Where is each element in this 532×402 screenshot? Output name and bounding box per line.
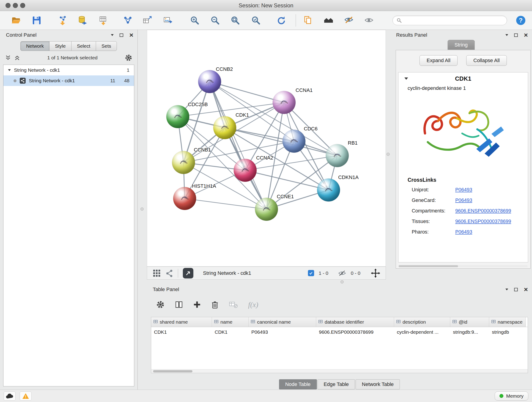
network-node-CCNB2[interactable] xyxy=(198,70,221,93)
network-node-CDC6[interactable] xyxy=(283,130,305,153)
column-header-namespace[interactable]: namespace xyxy=(489,317,526,327)
network-row-selected[interactable]: String Network - cdk1 11 48 xyxy=(3,75,134,86)
table-cell[interactable]: cyclin-dependent ... xyxy=(394,327,450,337)
memory-button[interactable]: Memory xyxy=(495,391,528,401)
string-results-tab[interactable]: String xyxy=(447,40,475,50)
tab-select[interactable]: Select xyxy=(71,41,96,51)
crosslink-link[interactable]: 9606.ENSP00000378699 xyxy=(455,208,511,214)
table-horizontal-scrollbar[interactable] xyxy=(151,369,528,373)
selected-checkbox-icon[interactable] xyxy=(308,270,314,276)
detach-view-button[interactable] xyxy=(183,268,193,279)
new-network-button[interactable] xyxy=(120,13,135,28)
dock-panel-icon[interactable] xyxy=(514,33,518,37)
search-field[interactable] xyxy=(393,16,507,25)
column-header-description[interactable]: description xyxy=(394,317,450,327)
crosslink-link[interactable]: P06493 xyxy=(455,198,472,203)
dock-panel-icon[interactable] xyxy=(514,288,518,291)
save-session-button[interactable] xyxy=(29,13,44,28)
network-node-CDK1[interactable] xyxy=(213,116,236,139)
gear-icon[interactable] xyxy=(156,300,165,309)
network-node-RB1[interactable] xyxy=(326,144,349,167)
network-node-CCNA1[interactable] xyxy=(273,91,296,114)
close-panel-icon[interactable]: × xyxy=(129,32,133,38)
table-cell[interactable]: CDK1 xyxy=(151,327,212,337)
zoom-in-button[interactable] xyxy=(187,13,202,28)
home-button[interactable] xyxy=(321,13,336,28)
column-header-name[interactable]: name xyxy=(212,317,249,327)
tab-edge-table[interactable]: Edge Table xyxy=(317,379,355,389)
gear-icon[interactable] xyxy=(125,54,133,62)
protein-section-header[interactable]: CDK1 xyxy=(399,72,528,85)
column-header-canonical-name[interactable]: canonical name xyxy=(249,317,316,327)
search-input[interactable] xyxy=(404,18,503,23)
edge-CCNA2-CDKN1A[interactable] xyxy=(245,170,329,190)
crosslink-link[interactable]: P06493 xyxy=(455,187,472,193)
column-header-database-identifier[interactable]: database identifier xyxy=(316,317,394,327)
tree-disclosure-icon[interactable] xyxy=(8,69,11,71)
table-cell[interactable]: CDK1 xyxy=(212,327,249,337)
import-network-file-button[interactable] xyxy=(56,13,70,28)
network-from-table-button[interactable] xyxy=(140,13,155,28)
network-collection-row[interactable]: String Network - cdk1 1 xyxy=(3,65,134,75)
show-panel-button[interactable] xyxy=(362,13,376,28)
float-panel-icon[interactable] xyxy=(505,34,508,36)
table-row[interactable]: CDK1CDK1P064939606.ENSP00000378699cyclin… xyxy=(151,327,528,337)
crosslink-row: Pharos:P06493 xyxy=(412,227,528,237)
network-node-CDKN1A[interactable] xyxy=(317,179,340,201)
expand-all-icon[interactable] xyxy=(14,55,20,61)
tab-node-table[interactable]: Node Table xyxy=(279,379,317,389)
crosslink-link[interactable]: 9606.ENSP00000378699 xyxy=(455,219,511,224)
birdseye-view-icon[interactable] xyxy=(165,269,173,277)
delete-column-icon[interactable] xyxy=(211,300,219,309)
tab-sets[interactable]: Sets xyxy=(96,41,117,51)
column-header--id[interactable]: @id xyxy=(450,317,489,327)
bottom-splitter-handle[interactable] xyxy=(341,280,344,283)
float-panel-icon[interactable] xyxy=(111,34,114,36)
open-session-button[interactable] xyxy=(9,13,23,28)
help-button[interactable]: ? xyxy=(513,13,528,28)
tab-network-table[interactable]: Network Table xyxy=(355,379,400,389)
zoom-selected-button[interactable] xyxy=(249,13,263,28)
float-panel-icon[interactable] xyxy=(505,288,508,290)
import-table-file-button[interactable] xyxy=(96,13,111,28)
dock-panel-icon[interactable] xyxy=(120,33,123,37)
table-cell[interactable]: stringdb xyxy=(489,327,526,337)
tab-style[interactable]: Style xyxy=(49,41,71,51)
close-panel-icon[interactable]: × xyxy=(524,32,528,38)
hide-panel-button[interactable] xyxy=(342,13,356,28)
cloud-status-button[interactable] xyxy=(4,391,16,401)
table-cell[interactable]: stringdb:9... xyxy=(450,327,489,337)
copy-button[interactable] xyxy=(301,13,315,28)
network-node-CCNB1[interactable] xyxy=(172,151,195,174)
tab-network[interactable]: Network xyxy=(20,41,50,51)
refresh-button[interactable] xyxy=(274,13,289,28)
zoom-out-button[interactable] xyxy=(208,13,222,28)
collapse-all-icon[interactable] xyxy=(5,55,11,61)
add-column-icon[interactable] xyxy=(193,301,201,308)
network-node-CDC25B[interactable] xyxy=(166,105,189,128)
edge-CCNB2-CCNE1[interactable] xyxy=(210,82,266,209)
export-image-button[interactable] xyxy=(161,13,175,28)
collapse-all-button[interactable]: Collapse All xyxy=(466,55,507,66)
grid-view-icon[interactable] xyxy=(152,269,161,277)
edge-HIST1H1A-CCNE1[interactable] xyxy=(185,198,266,209)
pan-crosshair-icon[interactable] xyxy=(371,269,380,278)
section-disclosure-icon[interactable] xyxy=(404,77,408,80)
network-node-CCNE1[interactable] xyxy=(255,198,278,221)
network-canvas[interactable]: CCNB2CCNA1CDC25BCDK1CDC6RB1CCNB1CCNA2CDK… xyxy=(147,30,386,267)
import-network-database-button[interactable] xyxy=(75,13,90,28)
table-cell[interactable]: P06493 xyxy=(249,327,316,337)
right-splitter-handle[interactable] xyxy=(386,153,390,156)
network-node-CCNA2[interactable] xyxy=(234,159,257,182)
warnings-button[interactable]: ! xyxy=(20,391,32,401)
table-cell[interactable]: 9606.ENSP00000378699 xyxy=(316,327,394,337)
crosslink-link[interactable]: P06493 xyxy=(455,229,472,235)
select-columns-icon[interactable] xyxy=(175,300,183,309)
left-splitter-handle[interactable] xyxy=(140,207,144,211)
expand-all-button[interactable]: Expand All xyxy=(419,55,457,66)
close-panel-icon[interactable]: × xyxy=(524,286,528,293)
network-node-HIST1H1A[interactable] xyxy=(173,187,196,210)
results-scrollbar[interactable] xyxy=(399,265,528,267)
column-header-shared-name[interactable]: shared name xyxy=(151,317,212,327)
zoom-fit-button[interactable] xyxy=(228,13,243,28)
